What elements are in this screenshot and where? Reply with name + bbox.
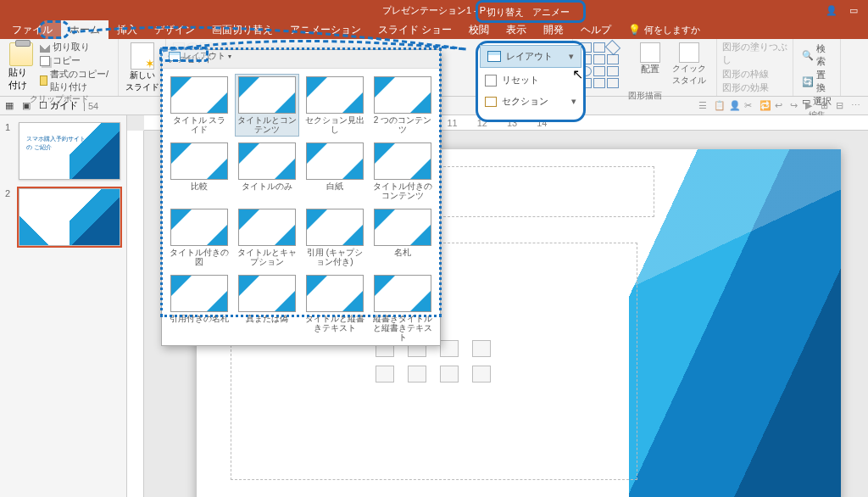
slide-panel: 1 スマホ購入予約サイトの ご紹介 2 [0,115,127,497]
format-painter-icon [40,75,47,86]
paste-icon [9,42,33,66]
chevron-down-icon: ▾ [228,53,231,60]
qat-btn[interactable]: ✂ [744,100,756,112]
insert-smartart-icon[interactable] [440,340,459,357]
tab-home[interactable]: ホーム [61,20,108,40]
tab-file[interactable]: ファイル [3,20,61,40]
qat-btn[interactable]: ⋯ [851,100,863,112]
insert-picture-icon[interactable] [376,366,394,383]
tab-design[interactable]: デザイン [146,20,203,40]
layout-option[interactable]: 縦書きタイトルと縦書きテキスト [370,272,435,335]
qat-btn[interactable]: ▶ [805,100,817,112]
qat-btn[interactable]: 🔁 [760,100,771,112]
reset-icon [485,75,497,87]
qat-icon[interactable]: ▦ [5,100,17,112]
shape-effects[interactable]: 図形の効果 [722,81,787,94]
quick-styles-button[interactable]: クイック スタイル [667,41,711,90]
tab-help[interactable]: ヘルプ [572,20,620,40]
new-slide-button[interactable]: 新しい スライド [124,41,160,95]
find-button[interactable]: 🔍 検索 [802,42,832,68]
tab-transitions[interactable]: 画面切り替え [203,20,281,40]
ribbon-options-icon[interactable]: ▭ [846,3,861,18]
shape-outline[interactable]: 図形の枠線 [722,68,787,81]
layout-option[interactable]: タイトル付きの図 [167,206,231,269]
group-drawing-label: 図形描画 [578,90,711,102]
qat-btn[interactable]: ☰ [698,100,710,112]
qat-value: 54 [88,101,98,111]
qat-btn[interactable]: 📋 [714,100,726,112]
layout-gallery-dropdown: ファセット タイトル スライドタイトルとコンテンツセクション見出し2 つのコンテ… [161,49,441,346]
layout-option[interactable]: 2 つのコンテンツ [370,74,435,137]
cut-icon [40,42,50,53]
replace-button[interactable]: 🔄 置換 [802,69,832,94]
paste-button[interactable]: 貼り付け [5,41,36,93]
arrange-icon [640,42,660,63]
qat-btn[interactable]: ⊞ [821,100,832,112]
tab-animations[interactable]: アニメーション [281,20,370,40]
new-slide-label: 新しい スライド [125,70,159,93]
layout-option[interactable]: 名札 [370,206,435,269]
layout-option[interactable]: セクション見出し [303,74,367,137]
mouse-cursor-icon: ↖ [572,66,583,82]
qat-btn[interactable]: 👤 [729,100,741,112]
format-painter-button[interactable]: 書式のコピー/貼り付け [40,68,113,93]
layout-icon [169,52,181,61]
content-placeholder-icons [376,340,492,383]
layout-option[interactable]: タイトル スライド [167,74,231,137]
layout-button-small[interactable]: レイアウト ▾ [163,47,237,64]
layout-option[interactable]: 引用 (キャプション付き) [303,206,367,269]
thumb-number: 2 [5,188,15,246]
copy-icon [40,56,50,66]
guide-checkbox[interactable]: ☐ ガイド [39,99,78,112]
insert-icon-icon[interactable] [472,366,491,383]
layout-option[interactable]: 白紙 [303,140,367,203]
paste-label: 貼り付け [8,66,33,92]
cut-button[interactable]: 切り取り [40,41,113,53]
chevron-down-icon: ▾ [569,51,574,62]
insert-video-icon[interactable] [440,366,459,383]
callout-reset-button[interactable]: リセット [478,70,583,91]
tell-me[interactable]: 💡 何をしますか [620,21,708,39]
section-icon [485,97,497,107]
tab-developer[interactable]: 開発 [535,20,572,40]
qat-icon[interactable]: ▣ [22,100,34,112]
tab-insert[interactable]: 挿入 [108,20,146,40]
shape-fill[interactable]: 図形の塗りつぶし [722,41,787,66]
thumb-number: 1 [5,122,15,180]
quick-styles-icon [679,42,699,63]
annotation-callout-panel: レイアウト ▾ リセット セクション ▾ [476,41,586,122]
tab-view[interactable]: 表示 [498,20,535,40]
layout-option[interactable]: タイトル付きのコンテンツ [370,140,435,203]
layout-option[interactable]: タイトルと縦書きテキスト [303,272,367,335]
chevron-down-icon: ▾ [571,96,576,107]
insert-3d-icon[interactable] [472,340,491,357]
window-title: プレゼンテーション1 - P [382,4,486,17]
slide-background-graphic [629,149,841,497]
qat-btn[interactable]: ⊟ [836,100,848,112]
tab-slideshow[interactable]: スライド ショー [370,20,460,40]
copy-button[interactable]: コピー [40,54,113,67]
shapes-gallery-2[interactable] [578,41,633,90]
arrange-button[interactable]: 配置 [635,41,665,90]
layout-option[interactable]: タイトルとキャプション [235,206,299,269]
layout-option[interactable]: 真または偽 [235,272,299,335]
slide-thumbnail-2[interactable] [19,188,120,246]
ruler-vertical [127,131,144,497]
account-icon[interactable]: 👤 [824,3,839,18]
qat-btn[interactable]: ↩ [775,100,787,112]
slide-thumbnail-1[interactable]: スマホ購入予約サイトの ご紹介 [19,122,120,180]
layout-option[interactable]: タイトルのみ [235,140,299,203]
layout-option[interactable]: 比較 [167,140,231,203]
layout-icon [487,51,501,62]
new-slide-icon [131,42,154,70]
tab-review[interactable]: 校閲 [460,20,498,40]
layout-option[interactable]: 引用付きの名札 [167,272,231,335]
layout-option[interactable]: タイトルとコンテンツ [235,74,299,137]
callout-section-button[interactable]: セクション ▾ [478,91,583,112]
callout-layout-button[interactable]: レイアウト ▾ [480,45,581,68]
insert-online-picture-icon[interactable] [408,366,426,383]
qat-btn[interactable]: ↪ [790,100,802,112]
ribbon-tabs: ファイル ホーム 挿入 デザイン 画面切り替え アニメーション スライド ショー… [0,20,868,39]
